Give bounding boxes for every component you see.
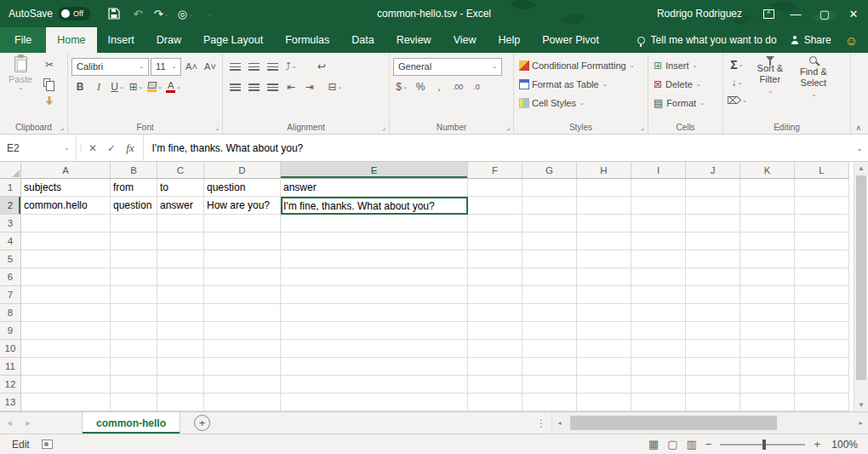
cell-G4[interactable] <box>523 233 577 250</box>
tell-me-box[interactable]: Tell me what you want to do <box>637 34 777 46</box>
row-header-5[interactable]: 5 <box>0 250 21 268</box>
conditional-formatting-button[interactable]: Conditional Formatting ⌄ <box>517 56 644 75</box>
cell-J11[interactable] <box>686 358 740 376</box>
touch-mouse-mode-button[interactable]: ◎⌄ <box>175 3 196 24</box>
cell-D13[interactable] <box>204 394 281 411</box>
formula-input[interactable]: I'm fine, thanks. What about you? <box>143 135 851 161</box>
scroll-left-arrow[interactable]: ◂ <box>552 412 567 434</box>
column-header-A[interactable]: A <box>21 162 111 179</box>
cell-B8[interactable] <box>111 304 157 322</box>
tab-file[interactable]: File <box>0 27 46 53</box>
cell-F5[interactable] <box>468 250 523 268</box>
horizontal-scrollbar[interactable]: ◂ ▸ <box>551 412 868 434</box>
cell-E1[interactable]: answer <box>281 179 468 197</box>
decrease-decimal-button[interactable]: .0 <box>468 78 485 95</box>
cell-F4[interactable] <box>468 233 523 250</box>
cell-K11[interactable] <box>740 358 795 376</box>
cell-K3[interactable] <box>740 215 795 233</box>
decrease-font-size-button[interactable]: A˅ <box>202 58 219 75</box>
cell-F13[interactable] <box>468 394 523 411</box>
row-header-12[interactable]: 12 <box>0 376 21 394</box>
cell-C10[interactable] <box>157 340 204 358</box>
column-header-C[interactable]: C <box>157 162 204 179</box>
insert-function-button[interactable]: fx <box>126 141 134 155</box>
cell-A2[interactable]: common.hello <box>21 197 111 215</box>
format-painter-button[interactable] <box>41 92 58 109</box>
autosum-button[interactable]: Σ⌄ <box>727 56 747 73</box>
user-name[interactable]: Rodrigo Rodriguez <box>657 8 742 20</box>
cell-I5[interactable] <box>631 250 686 268</box>
zoom-slider[interactable] <box>720 444 805 445</box>
cell-K7[interactable] <box>740 286 795 304</box>
cell-C5[interactable] <box>157 250 204 268</box>
find-select-button[interactable]: Find & Select ⌄ <box>793 56 834 120</box>
cell-E13[interactable] <box>281 394 468 411</box>
cell-C2[interactable]: answer <box>157 197 204 215</box>
orientation-button[interactable]: ⤴⌄ <box>283 58 300 75</box>
cell-A7[interactable] <box>21 286 111 304</box>
cell-K4[interactable] <box>740 233 795 250</box>
row-header-11[interactable]: 11 <box>0 358 21 376</box>
font-size-combo[interactable]: 11 ⌄ <box>151 58 181 76</box>
cell-D5[interactable] <box>204 250 281 268</box>
cell-G12[interactable] <box>523 376 577 394</box>
row-header-6[interactable]: 6 <box>0 268 21 286</box>
cell-B9[interactable] <box>111 322 157 340</box>
cell-C6[interactable] <box>157 268 204 286</box>
cell-I13[interactable] <box>631 394 686 411</box>
wrap-text-button[interactable]: ↩ <box>313 58 330 75</box>
increase-indent-button[interactable]: ⇥ <box>301 78 318 95</box>
cell-B3[interactable] <box>111 215 157 233</box>
cell-F6[interactable] <box>468 268 523 286</box>
cell-I8[interactable] <box>631 304 686 322</box>
zoom-slider-thumb[interactable] <box>762 440 766 450</box>
cell-B2[interactable]: question <box>111 197 157 215</box>
font-name-combo[interactable]: Calibri ⌄ <box>71 58 149 76</box>
cell-D2[interactable]: How are you? <box>204 197 281 215</box>
cell-G10[interactable] <box>523 340 577 358</box>
italic-button[interactable]: I <box>90 78 107 95</box>
cell-L11[interactable] <box>795 358 849 376</box>
cell-I4[interactable] <box>631 233 686 250</box>
cell-E8[interactable] <box>281 304 468 322</box>
cell-G6[interactable] <box>523 268 577 286</box>
name-box[interactable]: E2 ⌄ <box>0 135 77 161</box>
row-header-8[interactable]: 8 <box>0 304 21 322</box>
tab-page-layout[interactable]: Page Layout <box>192 27 274 53</box>
cell-J4[interactable] <box>686 233 740 250</box>
cell-D10[interactable] <box>204 340 281 358</box>
increase-font-size-button[interactable]: A˄ <box>183 58 200 75</box>
cell-styles-button[interactable]: Cell Styles ⌄ <box>517 94 644 112</box>
increase-decimal-button[interactable]: .00 <box>449 78 466 95</box>
tab-data[interactable]: Data <box>340 27 385 53</box>
cell-F2[interactable] <box>468 197 523 215</box>
select-all-button[interactable] <box>0 162 21 179</box>
column-header-J[interactable]: J <box>686 162 740 179</box>
cell-B12[interactable] <box>111 376 157 394</box>
cell-D11[interactable] <box>204 358 281 376</box>
cell-E10[interactable] <box>281 340 468 358</box>
align-middle-button[interactable] <box>245 58 262 75</box>
number-dialog-launcher[interactable]: ⌟ <box>506 123 510 131</box>
cell-G1[interactable] <box>523 179 577 197</box>
cell-F11[interactable] <box>468 358 523 376</box>
zoom-level-label[interactable]: 100% <box>829 439 858 451</box>
autosave-toggle[interactable]: AutoSave Off <box>9 7 90 20</box>
cell-D7[interactable] <box>204 286 281 304</box>
row-header-2[interactable]: 2 <box>0 197 21 215</box>
vertical-scroll-thumb[interactable] <box>856 175 866 380</box>
zoom-out-button[interactable]: − <box>705 438 712 451</box>
align-top-button[interactable] <box>226 58 243 75</box>
row-header-4[interactable]: 4 <box>0 233 21 250</box>
cell-E9[interactable] <box>281 322 468 340</box>
scroll-up-arrow[interactable]: ▲ <box>854 162 868 175</box>
font-dialog-launcher[interactable]: ⌟ <box>215 123 219 131</box>
cell-D1[interactable]: question <box>204 179 281 197</box>
cell-J13[interactable] <box>686 394 740 411</box>
cell-L4[interactable] <box>795 233 849 250</box>
cell-L6[interactable] <box>795 268 849 286</box>
cell-E6[interactable] <box>281 268 468 286</box>
formula-bar-drag-handle[interactable]: ⋮ <box>77 135 85 161</box>
cell-L12[interactable] <box>795 376 849 394</box>
column-header-F[interactable]: F <box>468 162 523 179</box>
